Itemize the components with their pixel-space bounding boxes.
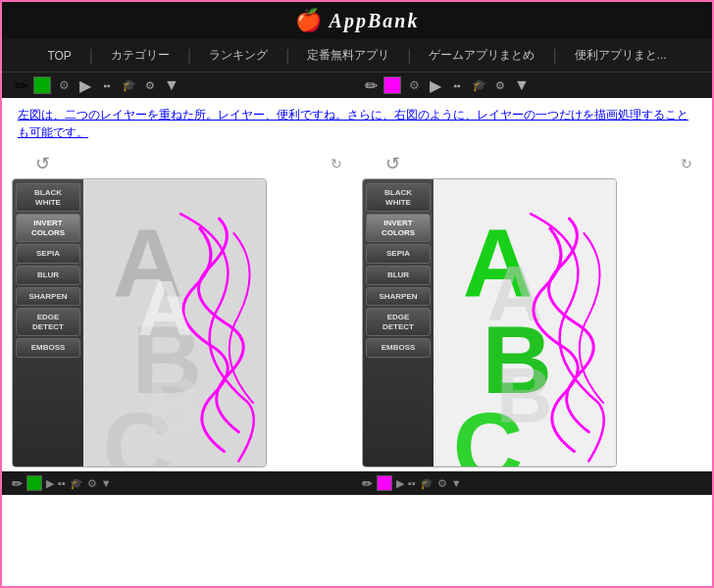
left-phone-screen: BLACKWHITE INVERTCOLORS SEPIA BLUR SHARP… <box>12 178 267 467</box>
top-toolbar: ✏ ⚙ ▶ ▪▪ 🎓 ⚙ ▼ ✏ ⚙ ▶ ▪▪ 🎓 ⚙ ▼ <box>2 72 712 98</box>
right-filter-menu: BLACKWHITE INVERTCOLORS SEPIA BLUR SHARP… <box>363 179 434 466</box>
settings-icon-left[interactable]: ⚙ <box>55 76 73 94</box>
filter-blur-right[interactable]: BLUR <box>366 266 431 285</box>
grad-cap-bottom-right[interactable]: 🎓 <box>420 477 434 490</box>
filter-sepia-left[interactable]: SEPIA <box>16 244 80 264</box>
triangle-icon-right[interactable]: ▶ <box>427 76 444 94</box>
grad-cap-bottom-left[interactable]: 🎓 <box>70 477 83 490</box>
header: 🍎 AppBank <box>2 2 712 39</box>
nav-free-apps[interactable]: 定番無料アプリ <box>291 39 405 72</box>
down-icon-right[interactable]: ▼ <box>513 76 531 94</box>
grad-cap-icon-right[interactable]: 🎓 <box>470 76 487 94</box>
gear-icon-right[interactable]: ⚙ <box>491 76 509 94</box>
filter-emboss-right[interactable]: EMBOSS <box>366 338 431 358</box>
main-panels: ↺ ↻ BLACKWHITE INVERTCOLORS SEPIA BLUR S… <box>2 149 712 467</box>
undo-button-right[interactable]: ↺ <box>382 153 403 174</box>
left-drawing-svg: A B C A B <box>83 179 266 466</box>
description-text[interactable]: 左図は、二つのレイヤーを重ねた所。レイヤー、便利ですね。さらに、右図のように、レ… <box>2 98 712 149</box>
logo-icon: 🍎 <box>295 8 322 33</box>
pencil-icon-right[interactable]: ✏ <box>362 76 380 94</box>
color-swatch-bottom-left[interactable] <box>26 475 42 491</box>
right-canvas[interactable]: A B C A B <box>434 179 616 466</box>
left-panel: ↺ ↻ BLACKWHITE INVERTCOLORS SEPIA BLUR S… <box>12 149 352 467</box>
nav-useful-apps[interactable]: 便利アプリまと... <box>559 39 683 72</box>
filter-blur-left[interactable]: BLUR <box>16 266 80 285</box>
triangle-icon-bottom-right[interactable]: ▶ <box>396 477 404 490</box>
filter-invert-right[interactable]: INVERTCOLORS <box>366 214 431 242</box>
filter-emboss-left[interactable]: EMBOSS <box>16 338 80 358</box>
nav-top[interactable]: TOP <box>31 41 86 71</box>
nav-bar: TOP | カテゴリー | ランキング | 定番無料アプリ | ゲームアプリまと… <box>2 39 712 72</box>
layers-icon-bottom-right[interactable]: ▪▪ <box>408 477 416 489</box>
filter-sharpen-right[interactable]: SHARPEN <box>366 287 431 307</box>
redo-button-left[interactable]: ↻ <box>331 156 342 172</box>
nav-game-apps[interactable]: ゲームアプリまとめ <box>413 39 550 72</box>
nav-category[interactable]: カテゴリー <box>95 39 185 72</box>
left-filter-menu: BLACKWHITE INVERTCOLORS SEPIA BLUR SHARP… <box>13 179 83 466</box>
svg-text:A: A <box>136 265 192 352</box>
toolbar-left-section: ✏ ⚙ ▶ ▪▪ 🎓 ⚙ ▼ <box>12 76 352 94</box>
color-swatch-left[interactable] <box>33 76 51 94</box>
svg-text:B: B <box>496 352 552 439</box>
left-canvas[interactable]: A B C A B <box>83 179 266 466</box>
app-title: AppBank <box>330 10 420 32</box>
filter-sepia-right[interactable]: SEPIA <box>366 244 431 264</box>
down-icon-left[interactable]: ▼ <box>163 76 180 94</box>
color-swatch-bottom-right[interactable] <box>377 475 392 491</box>
filter-edge-detect-left[interactable]: EDGEDETECT <box>16 308 80 336</box>
right-drawing-svg: A B C A B <box>434 179 616 466</box>
grad-cap-icon-left[interactable]: 🎓 <box>120 76 137 94</box>
filter-invert-left[interactable]: INVERTCOLORS <box>16 214 80 242</box>
svg-text:B: B <box>146 362 202 449</box>
layers-icon-left[interactable]: ▪▪ <box>98 76 116 94</box>
settings-icon-right[interactable]: ⚙ <box>405 76 423 94</box>
color-swatch-right[interactable] <box>383 76 401 94</box>
filter-sharpen-left[interactable]: SHARPEN <box>16 287 80 307</box>
pencil-icon[interactable]: ✏ <box>12 76 29 94</box>
gear-bottom-right[interactable]: ⚙ <box>437 477 447 490</box>
down-bottom-right[interactable]: ▼ <box>451 477 462 489</box>
gear-icon-left[interactable]: ⚙ <box>141 76 159 94</box>
left-panel-top: ↺ ↻ <box>12 149 352 178</box>
filter-black-white-right[interactable]: BLACKWHITE <box>366 183 431 212</box>
right-phone-screen: BLACKWHITE INVERTCOLORS SEPIA BLUR SHARP… <box>362 178 617 467</box>
filter-black-white-left[interactable]: BLACKWHITE <box>16 183 80 212</box>
down-bottom-left[interactable]: ▼ <box>101 477 112 489</box>
gear-bottom-left[interactable]: ⚙ <box>87 477 97 490</box>
bottom-toolbar: ✏ ▶ ▪▪ 🎓 ⚙ ▼ ✏ ▶ ▪▪ 🎓 ⚙ ▼ <box>2 471 712 495</box>
undo-button-left[interactable]: ↺ <box>31 153 53 174</box>
triangle-icon-left[interactable]: ▶ <box>76 76 94 94</box>
bottom-toolbar-left: ✏ ▶ ▪▪ 🎓 ⚙ ▼ <box>12 475 352 491</box>
svg-text:A: A <box>486 250 542 337</box>
bottom-toolbar-right: ✏ ▶ ▪▪ 🎓 ⚙ ▼ <box>362 475 702 491</box>
toolbar-right-section: ✏ ⚙ ▶ ▪▪ 🎓 ⚙ ▼ <box>362 76 702 94</box>
right-panel-top: ↺ ↻ <box>362 149 702 178</box>
filter-edge-detect-right[interactable]: EDGEDETECT <box>366 308 431 336</box>
pencil-icon-bottom-right[interactable]: ✏ <box>362 476 373 491</box>
pencil-icon-bottom-left[interactable]: ✏ <box>12 476 23 491</box>
redo-button-right[interactable]: ↻ <box>681 156 692 172</box>
layers-icon-right[interactable]: ▪▪ <box>448 76 466 94</box>
right-panel: ↺ ↻ BLACKWHITE INVERTCOLORS SEPIA BLUR S… <box>362 149 702 467</box>
nav-ranking[interactable]: ランキング <box>193 39 283 72</box>
triangle-icon-bottom-left[interactable]: ▶ <box>46 477 54 490</box>
layers-icon-bottom-left[interactable]: ▪▪ <box>58 477 66 489</box>
